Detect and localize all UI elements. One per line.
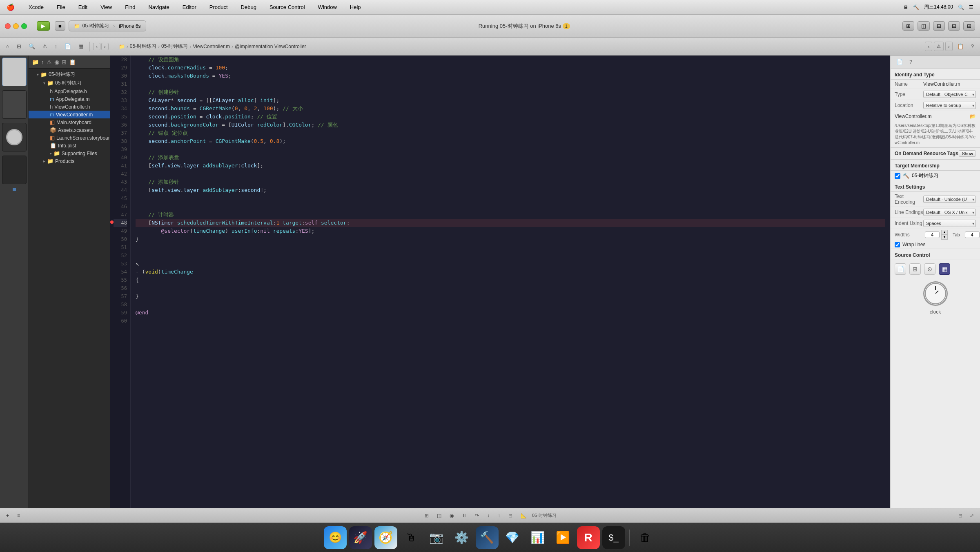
dock-photos[interactable]: 📷 <box>425 526 448 549</box>
bottom-expand-btn[interactable]: ⤢ <box>967 512 977 520</box>
sidebar-item-main-storyboard[interactable]: ◧ Main.storyboard <box>29 118 110 126</box>
dock-mouse[interactable]: 🖱 <box>400 526 423 549</box>
dock-sketch[interactable]: 💎 <box>501 526 524 549</box>
jump-prev[interactable]: ‹ <box>925 42 932 51</box>
bottom-layout-1[interactable]: ⊞ <box>422 512 432 520</box>
bottom-step-in-btn[interactable]: ↓ <box>484 512 492 520</box>
bottom-filter-btn[interactable]: ≡ <box>14 512 23 520</box>
mini-item-4[interactable] <box>2 156 27 184</box>
sidebar-item-supporting-files[interactable]: ▸ 📁 Supporting Files <box>29 149 110 157</box>
jump-next[interactable]: ⚠ <box>934 42 944 51</box>
nav-back[interactable]: ‹ <box>93 43 100 50</box>
sc-blame-btn[interactable]: ▦ <box>939 263 950 275</box>
menu-help[interactable]: Help <box>347 3 363 11</box>
help-btn[interactable]: ? <box>968 42 977 51</box>
sidebar-warn-icon[interactable]: ⚠ <box>47 59 52 65</box>
dock-finder[interactable]: 😊 <box>324 526 347 549</box>
tab-width-input[interactable] <box>925 231 940 238</box>
indent-width-input[interactable] <box>965 231 980 238</box>
sidebar-item-products[interactable]: ▸ 📁 Products <box>29 157 110 165</box>
bottom-hide-panel[interactable]: ⊟ <box>956 512 965 520</box>
menu-window[interactable]: Window <box>316 3 339 11</box>
menu-navigate[interactable]: Navigate <box>146 3 172 11</box>
show-button[interactable]: Show <box>959 150 976 157</box>
dock-trash[interactable]: 🗑 <box>634 526 657 549</box>
panel-btn-2[interactable]: ? <box>907 58 915 66</box>
menu-source-control[interactable]: Source Control <box>267 3 307 11</box>
menu-editor[interactable]: Editor <box>180 3 199 11</box>
menu-xcode[interactable]: Xcode <box>26 3 46 11</box>
jump-after[interactable]: › <box>945 42 953 51</box>
dock-safari[interactable]: 🧭 <box>374 526 397 549</box>
sidebar-item-viewcontroller-h[interactable]: h ViewController.h <box>29 103 110 111</box>
menu-bar-menu-icon[interactable]: ☰ <box>969 4 973 10</box>
tab-width-down[interactable]: ▼ <box>941 235 948 240</box>
menu-edit[interactable]: Edit <box>76 3 90 11</box>
view-toggle-1[interactable]: ⊞ <box>902 21 914 31</box>
bottom-add-btn[interactable]: + <box>3 512 12 520</box>
sidebar-folder-icon[interactable]: 📁 <box>32 59 39 65</box>
sidebar-item-appdelegate-m[interactable]: m AppDelegate.m <box>29 95 110 103</box>
sidebar-debug-icon[interactable]: ⊞ <box>62 59 67 65</box>
menu-product[interactable]: Product <box>207 3 230 11</box>
type-select[interactable]: Default - Objective-C... <box>923 91 976 98</box>
text-encoding-select[interactable]: Default - Unicode (UT... <box>923 196 976 203</box>
toolbar-home[interactable]: ⌂ <box>3 42 12 51</box>
menu-debug[interactable]: Debug <box>238 3 259 11</box>
sc-diff-btn[interactable]: ⊞ <box>909 263 921 275</box>
toolbar-warning[interactable]: ⚠ <box>40 42 50 51</box>
sidebar-item-project-group[interactable]: ▾ 📁 05-时钟练习 <box>29 79 110 87</box>
sidebar-item-infoplist[interactable]: 📋 Info.plist <box>29 142 110 149</box>
menu-bar-search-icon[interactable]: 🔍 <box>958 4 964 10</box>
line-endings-select[interactable]: Default - OS X / Unix (LF) <box>923 209 976 216</box>
inspector-toggle[interactable]: 📋 <box>954 42 967 51</box>
browse-icon[interactable]: 📂 <box>970 114 976 119</box>
mini-item-1[interactable] <box>2 58 27 86</box>
code-content[interactable]: // 设置圆角 clock.cornerRadius = 100; clock.… <box>131 56 890 508</box>
stop-button[interactable]: ■ <box>55 21 65 31</box>
dock-terminal[interactable]: $_ <box>602 526 625 549</box>
apple-menu-icon[interactable]: 🍎 <box>7 3 15 11</box>
toolbar-grid[interactable]: ⊞ <box>14 42 24 51</box>
sidebar-test-icon[interactable]: ◉ <box>54 59 59 65</box>
sidebar-git-icon[interactable]: ↑ <box>41 59 44 65</box>
sidebar-item-project[interactable]: ▾ 📁 05-时钟练习 <box>29 70 110 79</box>
wrap-lines-checkbox[interactable] <box>895 242 900 247</box>
dock-gear[interactable]: ⚙️ <box>450 526 473 549</box>
sidebar-item-assets[interactable]: 📦 Assets.xcassets <box>29 126 110 134</box>
breadcrumb-group[interactable]: 05-时钟练习 <box>161 43 188 50</box>
nav-forward[interactable]: › <box>101 43 109 50</box>
bottom-step-out-btn[interactable]: ↑ <box>495 512 503 520</box>
view-toggle-2[interactable]: ◫ <box>918 21 930 31</box>
breadcrumb-file[interactable]: ViewController.m <box>193 44 229 49</box>
sc-history-btn[interactable]: ⊙ <box>924 263 935 275</box>
sidebar-item-viewcontroller-m[interactable]: m ViewController.m <box>29 111 110 118</box>
location-select[interactable]: Relative to Group <box>923 102 976 109</box>
dock-play[interactable]: ▶️ <box>552 526 575 549</box>
breadcrumb-1[interactable]: 📁 <box>119 44 125 49</box>
indent-using-select[interactable]: Spaces <box>923 220 976 227</box>
scheme-selector[interactable]: 📁 05-时钟练习 › iPhone 6s <box>69 20 146 31</box>
bottom-frame-btn[interactable]: ⊟ <box>506 512 515 520</box>
toolbar-docs[interactable]: 📄 <box>62 42 74 51</box>
close-button[interactable] <box>5 23 11 29</box>
minimize-button[interactable] <box>13 23 19 29</box>
view-toggle-3[interactable]: ⊟ <box>933 21 945 31</box>
dock-red-app[interactable]: R <box>577 526 600 549</box>
menu-file[interactable]: File <box>54 3 68 11</box>
view-toggle-4[interactable]: ⊞ <box>948 21 960 31</box>
mini-item-2[interactable] <box>2 90 27 119</box>
dock-launchpad[interactable]: 🚀 <box>349 526 372 549</box>
target-checkbox[interactable] <box>895 173 900 179</box>
bottom-step-over-btn[interactable]: ↷ <box>472 512 482 520</box>
mini-item-3[interactable] <box>2 123 27 151</box>
run-button[interactable]: ▶ <box>37 21 50 31</box>
tab-width-up[interactable]: ▲ <box>941 230 948 235</box>
fullscreen-button[interactable] <box>21 23 27 29</box>
bottom-pause-btn[interactable]: ⏸ <box>459 512 470 520</box>
bottom-view-btn[interactable]: 📐 <box>518 512 530 520</box>
toolbar-search[interactable]: 🔍 <box>26 42 38 51</box>
sc-new-file-btn[interactable]: 📄 <box>895 263 906 275</box>
breadcrumb-project[interactable]: 05-时钟练习 <box>130 43 156 50</box>
bottom-breakpoint-btn[interactable]: ◉ <box>447 512 457 520</box>
